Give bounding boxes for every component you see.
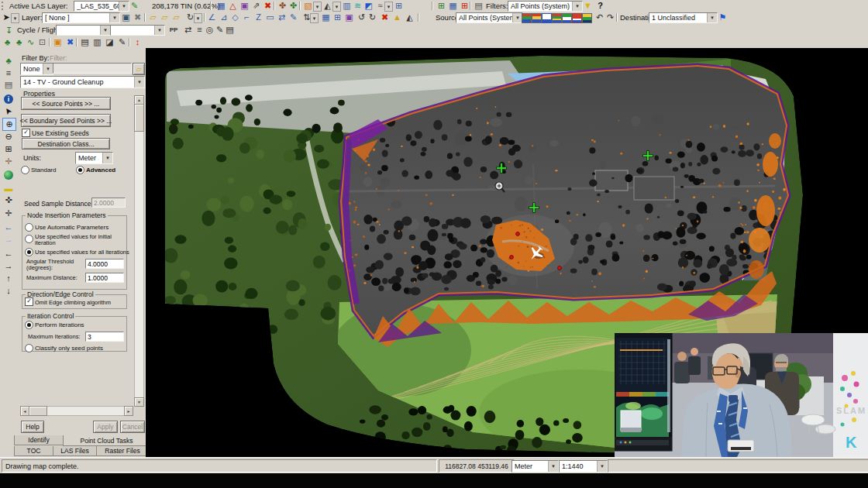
classify-above-icon[interactable] bbox=[562, 13, 572, 23]
omit-edge-checkbox[interactable]: ✓ bbox=[25, 297, 33, 306]
chevron-down-icon[interactable]: ▼ bbox=[43, 64, 53, 74]
classify-by-elevation-icon[interactable] bbox=[522, 13, 532, 23]
classify-below-icon[interactable] bbox=[572, 13, 582, 23]
task-fern-icon[interactable]: ♣ bbox=[2, 54, 15, 66]
map-window-icon[interactable]: ▤ bbox=[79, 36, 91, 48]
use-initial-radio[interactable] bbox=[25, 235, 33, 243]
maximum-distance-input[interactable] bbox=[85, 273, 124, 283]
status-units-dropdown[interactable]: Meter ▼ bbox=[512, 460, 559, 473]
cell-tool-icon[interactable]: ▣ bbox=[343, 12, 355, 23]
scroll-thumb[interactable] bbox=[134, 104, 144, 132]
flag-icon[interactable]: ⚑ bbox=[717, 12, 728, 23]
use-all-iterations-radio[interactable] bbox=[25, 248, 33, 256]
class-legend-icon[interactable]: ◭ bbox=[404, 12, 415, 23]
filters-dropdown[interactable]: All Points (System) ▼ bbox=[508, 1, 583, 12]
tile-scheme-icon[interactable]: ▣ bbox=[52, 36, 64, 48]
scroll-down-icon[interactable]: ▼ bbox=[134, 397, 144, 407]
tin-surface-icon[interactable]: △ bbox=[227, 0, 239, 12]
flight-dropdown[interactable]: ▼ bbox=[110, 25, 165, 36]
context-help-icon[interactable]: ? bbox=[594, 0, 606, 12]
chevron-down-icon[interactable]: ▼ bbox=[707, 13, 717, 22]
advanced-radio[interactable] bbox=[76, 166, 84, 174]
point-table-icon[interactable]: ⊞ bbox=[436, 0, 447, 12]
chevron-down-icon[interactable]: ▼ bbox=[100, 26, 110, 35]
table-view-icon[interactable]: ▦ bbox=[215, 0, 227, 12]
3d-window-icon[interactable]: ▥ bbox=[91, 36, 103, 48]
next-view-icon[interactable]: ↻ bbox=[367, 12, 378, 23]
filter-input[interactable] bbox=[53, 63, 132, 74]
zoom-window-icon[interactable]: ⊞ bbox=[2, 143, 15, 155]
chevron-down-icon[interactable]: ▼ bbox=[154, 26, 164, 35]
display-by-elevation-icon[interactable]: ▧ bbox=[302, 0, 314, 12]
task-dropdown[interactable]: 14 - TV - Ground Cleanup ▼ bbox=[20, 76, 145, 88]
task-sequence-icon[interactable]: ∿ bbox=[25, 36, 36, 48]
panel-vertical-scrollbar[interactable] bbox=[134, 95, 144, 407]
chevron-down-icon[interactable]: ▼ bbox=[310, 13, 319, 23]
feature-table-icon[interactable]: ▦ bbox=[447, 0, 459, 12]
export-folder-icon[interactable]: ▱ bbox=[170, 12, 182, 23]
draw-triangle-icon[interactable]: ⊿ bbox=[218, 12, 229, 23]
toolbar-grip[interactable] bbox=[2, 2, 6, 10]
destination-class-button[interactable]: Destination Class... bbox=[22, 138, 110, 149]
draw-angle-icon[interactable]: ∠ bbox=[206, 12, 218, 23]
use-existing-seeds-checkbox[interactable]: ✓ bbox=[22, 129, 30, 137]
classify-brush-icon[interactable]: ✤ bbox=[277, 0, 288, 12]
globe-icon[interactable] bbox=[2, 169, 15, 180]
boundary-seed-points-button[interactable]: << Boundary Seed Points >> ... bbox=[21, 114, 111, 127]
help-button[interactable]: Help bbox=[21, 421, 44, 433]
tile-grid-icon[interactable]: ⊞ bbox=[332, 12, 343, 23]
previous-extent-icon[interactable]: ← bbox=[2, 221, 15, 232]
cycle-dropdown[interactable]: ▼ bbox=[56, 25, 111, 36]
edit-las-layer-icon[interactable]: ✎ bbox=[129, 0, 140, 12]
delete-icon[interactable]: ✖ bbox=[132, 12, 143, 23]
perform-iterations-radio[interactable] bbox=[25, 321, 33, 329]
chevron-down-icon[interactable]: ▼ bbox=[194, 13, 202, 23]
edit-vertex-icon[interactable]: ✎ bbox=[288, 12, 299, 23]
classify-by-intensity-icon[interactable] bbox=[532, 13, 542, 23]
chevron-down-icon[interactable]: ▼ bbox=[597, 461, 607, 472]
scroll-thumb[interactable] bbox=[29, 406, 47, 416]
map-view[interactable]: SLAM K bbox=[146, 48, 868, 457]
warning-flag-icon[interactable]: ▲ bbox=[391, 12, 403, 23]
flip-edge-icon[interactable]: ⇄ bbox=[276, 12, 288, 23]
remove-selection-icon[interactable]: ✖ bbox=[379, 12, 391, 23]
chevron-down-icon[interactable]: ▼ bbox=[313, 2, 322, 12]
display-by-class-icon[interactable]: ◭ bbox=[322, 0, 333, 12]
chevron-down-icon[interactable]: ▼ bbox=[134, 77, 144, 88]
info-icon[interactable]: i bbox=[2, 93, 15, 105]
selection-table-icon[interactable]: ⊞ bbox=[459, 0, 470, 12]
profile-view-icon[interactable]: ◪ bbox=[104, 36, 115, 48]
maximum-iterations-input[interactable] bbox=[85, 332, 124, 342]
profile-points-icon[interactable]: PP bbox=[167, 23, 181, 36]
copy-icon[interactable]: ▤ bbox=[473, 0, 484, 12]
load-flight-icon[interactable]: ↧ bbox=[3, 24, 15, 37]
legend-list-icon[interactable]: ≡ bbox=[2, 67, 15, 78]
previous-view-icon[interactable]: ↺ bbox=[356, 12, 367, 23]
cancel-button[interactable]: Cancel bbox=[120, 421, 145, 433]
pan-left-icon[interactable]: ← bbox=[2, 247, 15, 259]
draw-rectangle-icon[interactable]: ▭ bbox=[264, 12, 276, 23]
elevation-adjust-icon[interactable]: ↕ bbox=[132, 36, 143, 48]
task-library-icon[interactable]: ♣ bbox=[13, 36, 25, 48]
select-cursor-icon[interactable]: ➤ bbox=[2, 12, 11, 23]
chevron-down-icon[interactable]: ▼ bbox=[332, 2, 341, 12]
status-scale-dropdown[interactable]: 1:1440 ▼ bbox=[559, 460, 608, 473]
classify-window-icon[interactable] bbox=[542, 13, 552, 23]
draw-polygon-icon[interactable]: ◇ bbox=[229, 12, 241, 23]
classify-by-class-icon[interactable] bbox=[552, 13, 562, 23]
filter-funnel-icon[interactable]: ▼ bbox=[582, 0, 594, 12]
identify-doc-icon[interactable]: ▤ bbox=[2, 79, 15, 91]
active-las-layer-dropdown[interactable]: _LAS_535_60m ▼ bbox=[74, 1, 129, 12]
pan-down-icon[interactable]: ↓ bbox=[2, 284, 15, 296]
zoom-selected-icon[interactable]: ✛ bbox=[2, 208, 15, 219]
filter-browse-button[interactable]: ▱ bbox=[133, 63, 145, 75]
zoom-extents-icon[interactable]: ✜ bbox=[2, 194, 15, 206]
scroll-right-icon[interactable]: ► bbox=[124, 406, 133, 416]
save-icon[interactable]: ▣ bbox=[120, 12, 132, 23]
tab-raster-files[interactable]: Raster Files bbox=[96, 446, 149, 456]
apply-button[interactable]: Apply bbox=[93, 421, 118, 433]
undo-icon[interactable]: ↶ bbox=[594, 12, 605, 23]
import-folder-icon[interactable]: ▱ bbox=[159, 12, 170, 23]
pointer-icon[interactable]: ➤ bbox=[2, 105, 15, 117]
swap-profile-icon[interactable]: ⇄ bbox=[182, 23, 194, 36]
